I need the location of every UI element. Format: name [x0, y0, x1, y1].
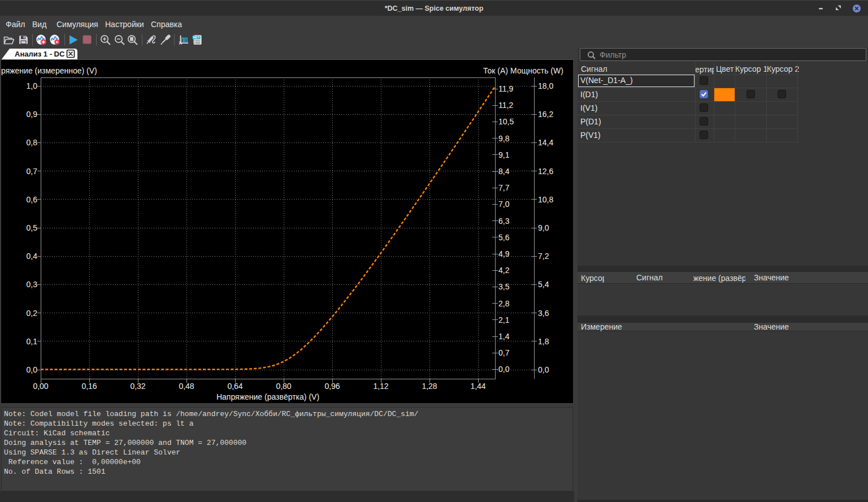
svg-text:12,6: 12,6 [538, 167, 553, 176]
svg-text:9,1: 9,1 [498, 150, 510, 159]
svg-text:0,48: 0,48 [179, 382, 194, 391]
svg-text:NET: NET [193, 36, 200, 39]
svg-text:0,2: 0,2 [27, 309, 38, 318]
svg-text:3,5: 3,5 [498, 282, 510, 291]
svg-text:2,1: 2,1 [498, 315, 510, 324]
svg-text:0,6: 0,6 [27, 195, 38, 204]
svg-text:1,0: 1,0 [27, 81, 38, 90]
svg-text:1,44: 1,44 [470, 382, 485, 391]
svg-text:0,7: 0,7 [498, 348, 510, 357]
svg-text:0,5: 0,5 [27, 223, 38, 232]
svg-text:0,4: 0,4 [27, 252, 38, 261]
svg-text:8,4: 8,4 [498, 167, 510, 176]
svg-text:7,7: 7,7 [498, 183, 510, 192]
svg-text:0,8: 0,8 [27, 138, 38, 147]
svg-text:6,3: 6,3 [498, 217, 510, 226]
svg-text:0,0: 0,0 [538, 365, 549, 374]
svg-text:9,8: 9,8 [498, 134, 510, 143]
svg-text:9,0: 9,0 [538, 223, 549, 232]
svg-text:10,5: 10,5 [498, 117, 514, 126]
svg-text:0,16: 0,16 [81, 382, 97, 391]
svg-text:11,2: 11,2 [498, 101, 513, 110]
svg-text:4,9: 4,9 [498, 249, 510, 258]
svg-text:18,0: 18,0 [538, 81, 553, 90]
svg-text:2,8: 2,8 [498, 299, 510, 308]
svg-text:5,6: 5,6 [498, 233, 510, 242]
svg-text:0,64: 0,64 [227, 382, 242, 391]
svg-text:11,9: 11,9 [498, 84, 513, 93]
svg-text:0,80: 0,80 [276, 382, 291, 391]
svg-text:16,2: 16,2 [538, 110, 553, 119]
svg-text:0,96: 0,96 [324, 382, 340, 391]
svg-text:0,7: 0,7 [27, 167, 38, 176]
svg-text:10,8: 10,8 [538, 195, 553, 204]
svg-text:5,4: 5,4 [538, 280, 549, 289]
svg-text:4,2: 4,2 [498, 266, 510, 275]
svg-text:14,4: 14,4 [538, 138, 553, 147]
svg-text:0,00: 0,00 [33, 382, 48, 391]
svg-text:7,0: 7,0 [498, 200, 510, 209]
svg-text:1,8: 1,8 [538, 337, 549, 346]
svg-text:1,28: 1,28 [422, 382, 437, 391]
svg-text:7,2: 7,2 [538, 252, 549, 261]
svg-text:0,0: 0,0 [27, 365, 38, 374]
svg-text:0,1: 0,1 [27, 337, 38, 346]
svg-text:0,0: 0,0 [498, 365, 510, 374]
svg-text:0,3: 0,3 [27, 280, 38, 289]
svg-text:3,6: 3,6 [538, 309, 549, 318]
svg-text:0,32: 0,32 [130, 382, 145, 391]
svg-text:Напряжение (развёртка) (V): Напряжение (развёртка) (V) [216, 392, 319, 401]
svg-text:1,12: 1,12 [373, 382, 388, 391]
svg-text:1,4: 1,4 [498, 332, 510, 341]
svg-text:0,9: 0,9 [27, 110, 38, 119]
